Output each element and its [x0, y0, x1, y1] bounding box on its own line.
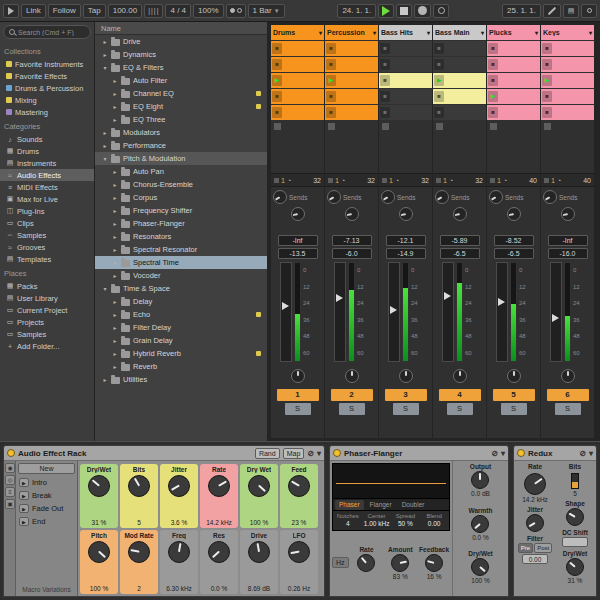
- pan-knob[interactable]: [561, 369, 575, 383]
- clip-launch-button[interactable]: ■: [326, 107, 336, 118]
- device-activator-button[interactable]: [517, 449, 525, 457]
- send-a-knob[interactable]: [543, 190, 557, 204]
- category-item[interactable]: ▣ Max for Live: [0, 193, 94, 205]
- clip-slot[interactable]: ■: [541, 57, 594, 72]
- disclosure-arrow-icon[interactable]: ▸: [112, 259, 118, 266]
- clip-launch-button[interactable]: ■: [272, 43, 282, 54]
- clip-launch-button[interactable]: ■: [272, 59, 282, 70]
- phaser-parameter[interactable]: Spread 50 %: [392, 513, 420, 527]
- device-title-bar[interactable]: Phaser-Flanger ⊘ ▾: [330, 446, 508, 461]
- hot-swap-icon[interactable]: ⊘: [491, 449, 498, 458]
- macro-knob[interactable]: [288, 475, 310, 497]
- disclosure-arrow-icon[interactable]: ▸: [112, 337, 118, 344]
- quantization-menu[interactable]: 1 Bar▼: [248, 4, 285, 18]
- clip-launch-button[interactable]: ■: [434, 43, 444, 54]
- browser-tree-row[interactable]: ▸ Chorus-Ensemble: [95, 178, 267, 191]
- dry-wet-value[interactable]: 31 %: [568, 577, 583, 584]
- phaser-parameter[interactable]: Notches 4: [334, 513, 362, 527]
- shape-knob[interactable]: [566, 508, 584, 526]
- place-item[interactable]: ▭ Projects: [0, 316, 94, 328]
- link-button[interactable]: Link: [21, 4, 46, 18]
- browser-tree-row[interactable]: ▸ Echo: [95, 308, 267, 321]
- clip-slot[interactable]: ■: [541, 89, 594, 104]
- track-peak-value[interactable]: -13.5: [278, 248, 318, 259]
- macro-knob[interactable]: [168, 475, 190, 497]
- param-value[interactable]: 50 %: [398, 520, 413, 527]
- knob-value[interactable]: 16 %: [427, 573, 442, 580]
- disclosure-arrow-icon[interactable]: ▸: [112, 298, 118, 305]
- place-item[interactable]: ▤ User Library: [0, 292, 94, 304]
- browser-tree-row[interactable]: ▸ Corpus: [95, 191, 267, 204]
- fader-handle[interactable]: [282, 302, 289, 310]
- macro-knob[interactable]: [128, 541, 150, 563]
- browser-tree-row[interactable]: ▾ Pitch & Modulation: [95, 152, 267, 165]
- pan-knob[interactable]: [453, 369, 467, 383]
- track-header[interactable]: Drums ▾: [271, 25, 324, 40]
- solo-button[interactable]: S: [501, 403, 527, 415]
- phaser-knob[interactable]: [391, 554, 409, 572]
- clip-slot[interactable]: ■: [271, 105, 324, 120]
- clip-slot[interactable]: ■: [433, 41, 486, 56]
- browser-tree-row[interactable]: ▸ Modulators: [95, 126, 267, 139]
- tempo-field[interactable]: 100.00: [108, 4, 142, 18]
- category-item[interactable]: ≡ MIDI Effects: [0, 181, 94, 193]
- clip-launch-button[interactable]: ▶: [326, 75, 336, 86]
- dc-shift-value[interactable]: [562, 537, 588, 547]
- clip-slot[interactable]: ■: [487, 41, 540, 56]
- pan-knob[interactable]: [507, 369, 521, 383]
- collections-header[interactable]: Collections: [0, 43, 94, 58]
- track-peak-value[interactable]: -6.0: [332, 248, 372, 259]
- clip-stop-button[interactable]: [379, 120, 432, 133]
- session-record-button[interactable]: [433, 4, 449, 18]
- disclosure-arrow-icon[interactable]: ▸: [112, 246, 118, 253]
- clip-launch-button[interactable]: ■: [542, 43, 552, 54]
- macro-knob[interactable]: [88, 541, 110, 563]
- disclosure-arrow-icon[interactable]: ▸: [112, 181, 118, 188]
- send-a-knob[interactable]: [273, 190, 287, 204]
- browser-tree-row[interactable]: ▸ Resonators: [95, 230, 267, 243]
- clip-launch-button[interactable]: ■: [542, 59, 552, 70]
- show-devices-toggle[interactable]: ▣: [5, 499, 15, 509]
- send-b-knob[interactable]: [453, 207, 467, 221]
- browser-tree-row[interactable]: ▸ Hybrid Reverb: [95, 347, 267, 360]
- disclosure-arrow-icon[interactable]: ▸: [112, 103, 118, 110]
- disclosure-arrow-icon[interactable]: ▸: [112, 77, 118, 84]
- macro-value[interactable]: 0.26 Hz: [288, 585, 310, 592]
- send-b-knob[interactable]: [291, 207, 305, 221]
- clip-launch-button[interactable]: ■: [380, 91, 390, 102]
- clip-stop-button[interactable]: [433, 120, 486, 133]
- disclosure-arrow-icon[interactable]: ▾: [102, 285, 108, 292]
- browser-tree-row[interactable]: ▸ Spectral Time: [95, 256, 267, 269]
- device-title-bar[interactable]: Redux ⊘ ▾: [514, 446, 596, 461]
- macro-knob[interactable]: [128, 475, 150, 497]
- category-item[interactable]: ≈ Audio Effects: [0, 169, 94, 181]
- clip-launch-button[interactable]: ■: [488, 43, 498, 54]
- clip-stop-button[interactable]: [325, 120, 378, 133]
- fader-handle[interactable]: [336, 294, 343, 302]
- track-volume-value[interactable]: -5.89: [440, 235, 480, 246]
- show-macros-toggle[interactable]: ◎: [5, 475, 15, 485]
- clip-launch-button[interactable]: ■: [272, 107, 282, 118]
- macro-knob[interactable]: [88, 475, 110, 497]
- bits-value[interactable]: 5: [573, 490, 577, 497]
- solo-button[interactable]: S: [393, 403, 419, 415]
- clip-slot[interactable]: ▶: [541, 73, 594, 88]
- pan-knob[interactable]: [291, 369, 305, 383]
- tempo-follow-button[interactable]: Follow: [48, 4, 81, 18]
- volume-fader[interactable]: [388, 262, 400, 362]
- disclosure-arrow-icon[interactable]: ▸: [112, 350, 118, 357]
- clip-slot[interactable]: ■: [541, 105, 594, 120]
- hot-swap-icon[interactable]: ⊘: [579, 449, 586, 458]
- clip-launch-button[interactable]: ■: [326, 43, 336, 54]
- device-activator-button[interactable]: [333, 449, 341, 457]
- search-box[interactable]: Search (Cmd + F): [3, 25, 91, 39]
- browser-tree-row[interactable]: ▸ Auto Filter: [95, 74, 267, 87]
- rate-knob[interactable]: [524, 473, 546, 495]
- macro-value[interactable]: 23 %: [292, 519, 307, 526]
- macro-knob[interactable]: [288, 541, 310, 563]
- clip-slot[interactable]: ■: [541, 41, 594, 56]
- clip-launch-button[interactable]: ▶: [272, 75, 282, 86]
- show-chains-toggle[interactable]: ≡: [5, 487, 15, 497]
- rand-button[interactable]: Rand: [255, 448, 280, 459]
- clip-slot[interactable]: ■: [379, 89, 432, 104]
